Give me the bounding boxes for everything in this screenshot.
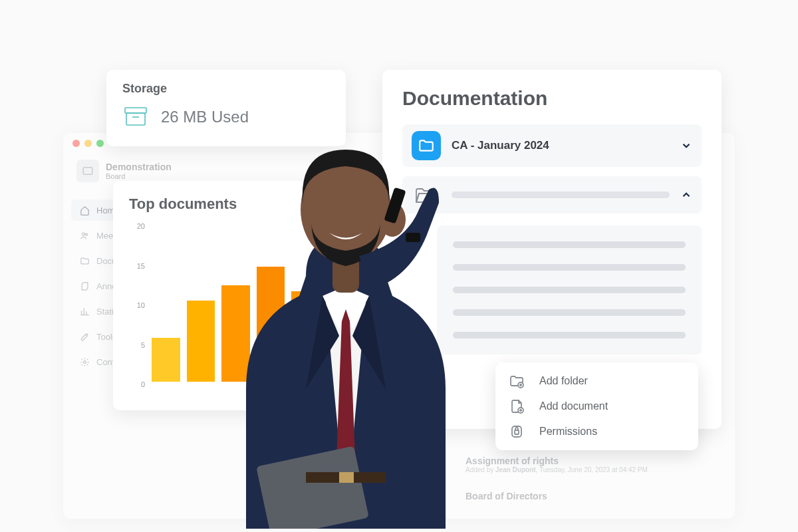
- list-item[interactable]: Board of Directors: [466, 491, 718, 501]
- svg-rect-10: [515, 430, 519, 434]
- placeholder-line: [452, 192, 670, 198]
- top-documents-card: Top documents 20 15 10 5 0: [113, 181, 336, 410]
- list-item-title: Board of Directors: [466, 491, 718, 501]
- placeholder-line: [453, 309, 686, 316]
- ctx-permissions[interactable]: Permissions: [509, 424, 685, 440]
- close-dot[interactable]: [72, 140, 80, 147]
- folder-open-icon: [412, 183, 441, 207]
- ctx-item-label: Add folder: [539, 375, 588, 387]
- bar: [221, 285, 250, 382]
- top-documents-title: Top documents: [129, 196, 320, 213]
- context-menu: Add folder Add document Permissions: [495, 362, 698, 450]
- folder-name: CA - January 2024: [452, 139, 670, 152]
- stats-icon: [79, 306, 90, 317]
- svg-rect-5: [126, 113, 145, 125]
- note-icon: [79, 281, 90, 291]
- users-icon: [79, 230, 90, 241]
- folder-row-current[interactable]: CA - January 2024: [402, 124, 702, 167]
- gear-icon: [79, 356, 90, 367]
- ctx-item-label: Permissions: [539, 426, 597, 438]
- placeholder-line: [453, 332, 686, 338]
- home-icon: [79, 205, 90, 215]
- app-subtitle: Board: [106, 172, 172, 180]
- placeholder-line: [453, 241, 686, 248]
- archive-icon: [122, 105, 149, 129]
- ytick: 15: [137, 262, 145, 270]
- tools-icon: [79, 331, 90, 342]
- minimize-dot[interactable]: [84, 140, 92, 147]
- ytick: 20: [137, 222, 145, 230]
- maximize-dot[interactable]: [96, 140, 104, 147]
- ctx-add-folder[interactable]: Add folder: [509, 373, 685, 389]
- svg-point-2: [85, 233, 87, 235]
- chart-yaxis: 20 15 10 5 0: [129, 222, 145, 388]
- app-logo: [76, 160, 99, 182]
- app-header: Demonstration Board: [76, 160, 172, 182]
- bar: [152, 338, 180, 382]
- bar: [291, 291, 320, 382]
- list-item-subtitle: Added by Jean Dupont, Tuesday, June 20, …: [466, 466, 718, 473]
- folder-icon: [412, 131, 441, 160]
- ytick: 10: [137, 301, 145, 309]
- svg-point-1: [82, 233, 84, 235]
- list-item-title: Assignment of rights: [466, 456, 718, 466]
- folder-icon: [79, 255, 90, 266]
- top-documents-chart: 20 15 10 5 0: [129, 222, 320, 388]
- background-list: Assignment of rights Added by Jean Dupon…: [466, 456, 718, 519]
- list-item[interactable]: Assignment of rights Added by Jean Dupon…: [466, 456, 718, 473]
- bar: [187, 301, 215, 382]
- svg-point-3: [83, 360, 86, 363]
- chevron-down-icon: [680, 140, 692, 152]
- svg-rect-0: [83, 168, 92, 175]
- chevron-up-icon: [680, 189, 692, 201]
- storage-value: 26 MB Used: [161, 108, 249, 126]
- folder-add-icon: [509, 373, 525, 389]
- folder-contents: [437, 225, 702, 354]
- storage-label: Storage: [122, 82, 330, 96]
- bar: [257, 267, 285, 382]
- chart-bars: [152, 226, 320, 382]
- ytick: 5: [141, 341, 145, 349]
- svg-rect-4: [125, 108, 146, 113]
- documentation-title: Documentation: [402, 87, 702, 110]
- app-name: Demonstration: [106, 162, 172, 172]
- placeholder-line: [453, 287, 686, 293]
- document-add-icon: [509, 398, 525, 414]
- placeholder-line: [453, 264, 686, 271]
- storage-card: Storage 26 MB Used: [106, 70, 346, 146]
- ctx-item-label: Add document: [539, 400, 608, 412]
- ytick: 0: [141, 380, 145, 388]
- window-controls: [72, 140, 104, 147]
- ctx-add-document[interactable]: Add document: [509, 398, 685, 414]
- folder-row-expanded[interactable]: [402, 176, 702, 213]
- lock-icon: [509, 424, 525, 440]
